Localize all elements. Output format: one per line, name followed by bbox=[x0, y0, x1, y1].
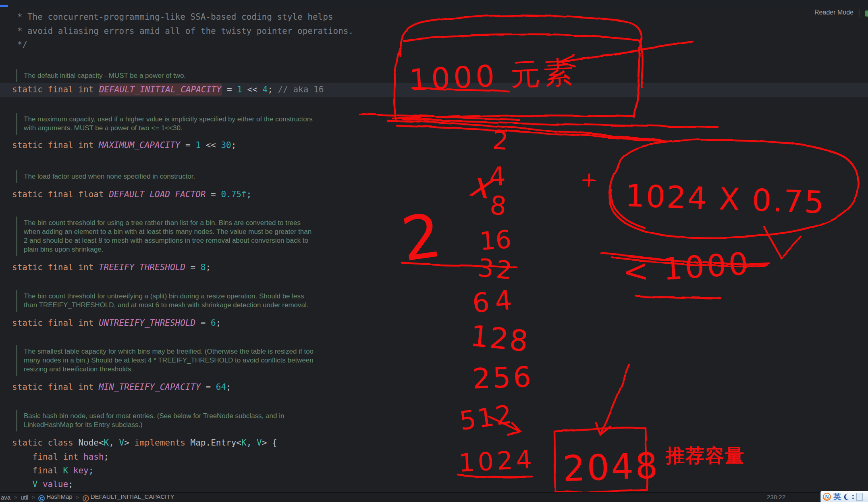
annotation-exp-sup: x bbox=[467, 163, 497, 207]
doc-line: LinkedHashMap for its Entry subclass.) bbox=[24, 421, 284, 429]
ime-toolbar[interactable]: N 英 bbox=[820, 491, 868, 502]
inspections-widget-icon[interactable] bbox=[865, 10, 868, 17]
class-icon: C bbox=[38, 495, 45, 502]
annotation-512-arrow bbox=[488, 416, 520, 431]
field-icon: f bbox=[83, 495, 89, 502]
doc-line: The maximum capacity, used if a higher v… bbox=[24, 115, 313, 124]
annotation-box-1000 bbox=[403, 35, 643, 87]
annotation-power-512: 512 bbox=[458, 399, 515, 436]
breadcrumb-member-default-initial-capacity[interactable]: fDEFAULT_INITIAL_CAPACITY bbox=[83, 493, 174, 502]
doc-line: The default initial capacity - MUST be a… bbox=[24, 71, 186, 80]
annotation-arrow-2048 bbox=[601, 365, 629, 432]
doc-comment-default-initial-capacity: The default initial capacity - MUST be a… bbox=[16, 69, 186, 82]
annotation-ellipse-tail bbox=[764, 227, 801, 258]
breadcrumb-chevron-icon: > bbox=[14, 495, 17, 500]
doc-line: The load factor used when none specified… bbox=[24, 172, 195, 181]
code-line-field-hash[interactable]: final int hash; bbox=[12, 450, 109, 464]
annotation-box-1000 bbox=[393, 115, 633, 119]
annotation-recommend-text: 推荐容量 bbox=[665, 444, 745, 467]
annotation-power-1024: 1024 bbox=[458, 444, 536, 478]
annotation-power-256: 256 bbox=[472, 360, 534, 396]
doc-line: when adding an element to a bin with at … bbox=[24, 227, 311, 236]
editor-tab-strip[interactable] bbox=[0, 0, 868, 7]
annotation-arrow-head bbox=[559, 55, 575, 66]
editor-guide-line bbox=[614, 7, 614, 492]
doc-line: Basic hash bin node, used for most entri… bbox=[24, 412, 284, 421]
ide-window: Reader Mode * The concurrent-programming… bbox=[0, 0, 868, 502]
annotation-formula-underline bbox=[601, 253, 766, 265]
annotation-exp-base: 2 bbox=[397, 200, 445, 275]
breadcrumb-class-label: HashMap bbox=[46, 493, 72, 500]
active-tab-indicator bbox=[0, 5, 8, 7]
annotation-power-2: 2 bbox=[492, 125, 509, 156]
code-line-default-load-factor[interactable]: static final float DEFAULT_LOAD_FACTOR =… bbox=[12, 187, 251, 202]
breadcrumb-package[interactable]: ava bbox=[1, 494, 10, 501]
annotation-power-128: 128 bbox=[469, 319, 531, 358]
annotation-power-16: 16 bbox=[479, 225, 513, 256]
code-line-maximum-capacity[interactable]: static final int MAXIMUM_CAPACITY = 1 <<… bbox=[12, 138, 236, 152]
annotation-ellipse-formula bbox=[609, 140, 858, 238]
comment-line: * The concurrent-programming-like SSA-ba… bbox=[12, 10, 353, 24]
block-comment[interactable]: * The concurrent-programming-like SSA-ba… bbox=[12, 10, 353, 52]
doc-line: many nodes in a bin.) Should be at least… bbox=[24, 356, 314, 365]
code-line-treeify-threshold[interactable]: static final int TREEIFY_THRESHOLD = 8; bbox=[12, 260, 211, 275]
annotation-ellipse-formula bbox=[611, 190, 645, 228]
ime-logo-icon[interactable]: N bbox=[823, 493, 831, 501]
reader-mode-button[interactable]: Reader Mode bbox=[814, 8, 853, 17]
code-line-untreeify-threshold[interactable]: static final int UNTREEIFY_THRESHOLD = 6… bbox=[12, 316, 221, 330]
breadcrumb-chevron-icon: > bbox=[32, 495, 35, 500]
annotation-lt1000-text: < 1000 bbox=[622, 245, 752, 290]
annotation-power-64: 64 bbox=[471, 284, 519, 319]
annotation-power-32: 32 bbox=[477, 253, 516, 285]
doc-line: 2 and should be at least 8 to mesh with … bbox=[24, 236, 311, 245]
doc-comment-untreeify-threshold: The bin count threshold for untreeifying… bbox=[16, 290, 308, 312]
ime-partial-icon[interactable] bbox=[856, 493, 863, 501]
annotation-box-2048 bbox=[554, 428, 647, 492]
doc-line: resizing and treeification thresholds. bbox=[24, 365, 314, 374]
doc-comment-node-class: Basic hash bin node, used for most entri… bbox=[16, 410, 284, 431]
code-line-default-initial-capacity[interactable]: static final int DEFAULT_INITIAL_CAPACIT… bbox=[12, 83, 324, 97]
code-line-node-class-decl[interactable]: static class Node<K, V> implements Map.E… bbox=[12, 436, 277, 450]
doc-comment-default-load-factor: The load factor used when none specified… bbox=[16, 170, 195, 183]
status-bar: ava > util > CHashMap > fDEFAULT_INITIAL… bbox=[0, 492, 868, 502]
annotation-1024-underline bbox=[458, 475, 533, 477]
annotation-arrow-2048-head bbox=[596, 423, 610, 435]
doc-line: The bin count threshold for using a tree… bbox=[24, 219, 311, 227]
doc-line: The smallest table capacity for which bi… bbox=[24, 347, 314, 356]
annotation-underline bbox=[360, 115, 519, 120]
code-line-field-key[interactable]: final K key; bbox=[12, 464, 93, 478]
breadcrumb-member-label: DEFAULT_INITIAL_CAPACITY bbox=[91, 493, 174, 500]
doc-comment-treeify-threshold: The bin count threshold for using a tree… bbox=[16, 217, 311, 256]
annotation-power-8: 8 bbox=[488, 190, 508, 221]
ime-menu-dots-icon[interactable] bbox=[852, 495, 854, 499]
code-line-field-value[interactable]: V value; bbox=[12, 477, 73, 492]
caret-position-widget[interactable]: 238:22 bbox=[767, 494, 785, 500]
annotation-power-4: 4 bbox=[488, 161, 507, 192]
annotation-formula-text: 1024 X 0.75 bbox=[625, 177, 826, 220]
annotation-exp-underline bbox=[402, 263, 517, 268]
doc-comment-maximum-capacity: The maximum capacity, used if a higher v… bbox=[16, 113, 313, 135]
doc-line: with arguments. MUST be a power of two <… bbox=[24, 124, 313, 133]
annotation-2048-text: 2048 bbox=[562, 445, 660, 490]
annotation-512-arrow-head bbox=[508, 423, 521, 435]
annotation-formula-underline bbox=[613, 258, 765, 267]
doc-line: The bin count threshold for untreeifying… bbox=[24, 292, 308, 301]
annotation-underline bbox=[397, 126, 668, 142]
breadcrumb-util[interactable]: util bbox=[21, 494, 28, 501]
code-line-min-treeify-capacity[interactable]: static final int MIN_TREEIFY_CAPACITY = … bbox=[12, 380, 231, 394]
ime-moon-icon[interactable] bbox=[843, 493, 850, 500]
annotation-arrow-into-box bbox=[561, 42, 693, 61]
doc-line: plain bins upon shrinkage. bbox=[24, 245, 311, 254]
doc-comment-min-treeify-capacity: The smallest table capacity for which bi… bbox=[16, 345, 314, 376]
ime-language-mode-icon[interactable]: 英 bbox=[833, 493, 841, 501]
doc-line: than TREEIFY_THRESHOLD, and at most 6 to… bbox=[24, 301, 308, 310]
breadcrumb-class-hashmap[interactable]: CHashMap bbox=[38, 493, 72, 502]
toolbar-separator bbox=[860, 9, 860, 17]
annotation-formula-underline bbox=[629, 256, 769, 264]
breadcrumb-chevron-icon: > bbox=[76, 495, 79, 500]
annotation-lt1000-underline bbox=[636, 296, 721, 298]
annotation-underline bbox=[403, 119, 718, 127]
red-handwriting-group: 1000 元素 2 x 2 4 8 16 32 64 128 256 512 1… bbox=[397, 54, 826, 490]
comment-line: */ bbox=[12, 38, 353, 52]
comment-line: * avoid aliasing errors amid all of the … bbox=[12, 24, 353, 38]
